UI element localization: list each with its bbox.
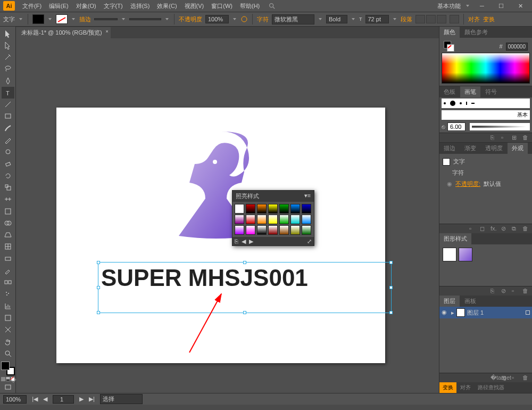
paintbrush-tool[interactable] [2,122,14,134]
artboard-tool[interactable] [2,312,14,323]
fill-stroke-swatches[interactable] [1,362,15,375]
tab-color-guide[interactable]: 颜色参考 [460,27,492,38]
rotate-tool[interactable] [2,170,14,181]
tab-appearance[interactable]: 外观 [508,143,528,154]
width-tool[interactable] [2,194,14,205]
menu-type[interactable]: 文字(T) [101,1,126,11]
tab-stroke[interactable]: 描边 [439,143,460,154]
tab-transform[interactable]: 变换 [439,382,456,393]
search-icon[interactable] [268,2,276,10]
menu-edit[interactable]: 编辑(E) [46,1,72,11]
selection-tool[interactable] [2,28,14,39]
lasso-tool[interactable] [2,63,14,75]
stroke-weight-field[interactable] [94,18,118,20]
scale-tool[interactable] [2,182,14,193]
paragraph-label[interactable]: 段落 [401,15,412,23]
tab-symbols[interactable]: 符号 [481,86,501,97]
font-family-field[interactable]: 微软雅黑 [272,14,314,24]
appearance-opacity-label[interactable]: 不透明度: [455,180,480,188]
blob-brush-tool[interactable] [2,146,14,158]
stroke-label[interactable]: 描边 [79,15,91,23]
style-swatch[interactable] [246,215,255,224]
shape-builder-tool[interactable] [2,217,14,228]
brush-basic[interactable]: 基本 [442,110,530,120]
stroke-profile-dd[interactable] [164,15,170,23]
artboard-number[interactable]: 1 [53,395,74,404]
tab-gradient[interactable]: 渐变 [460,143,480,154]
layer-expand-icon[interactable]: ▸ [451,309,454,316]
color-spectrum[interactable] [442,53,530,84]
free-transform-tool[interactable] [2,206,14,217]
style-swatch[interactable] [235,215,244,224]
style-swatch[interactable] [290,204,300,214]
color-mode-buttons[interactable] [1,377,15,381]
tab-graphic-styles[interactable]: 图形样式 [439,233,471,244]
layer-target-icon[interactable] [526,310,530,315]
menu-window[interactable]: 窗口(W) [208,1,236,11]
eyedropper-tool[interactable] [2,265,14,276]
stroke-weight-dd[interactable] [121,15,126,23]
style-swatch[interactable] [246,225,255,235]
menu-view[interactable]: 视图(V) [181,1,207,11]
fill-dropdown-icon[interactable] [47,15,53,23]
tab-layers[interactable]: 图层 [439,296,460,307]
tab-close-icon[interactable]: × [105,29,108,34]
tab-artboards[interactable]: 画板 [460,296,480,307]
panel-expand-icon[interactable]: ⤢ [307,238,312,245]
align-label[interactable]: 对齐 [468,15,480,23]
dup-icon[interactable]: ⧉ [512,225,519,233]
visibility-icon[interactable]: ◉ [447,181,452,187]
opacity-label[interactable]: 不透明度 [179,15,202,23]
window-minimize-icon[interactable]: ─ [475,2,489,10]
layer-row[interactable]: ◉ ▸ 图层 1 [439,307,532,318]
gstyle-new-icon[interactable]: ▫ [512,288,519,295]
style-button[interactable] [450,15,459,23]
brush-size-field[interactable]: 6.00 [447,122,466,131]
clear-icon[interactable]: ⊘ [501,225,509,233]
align-center-button[interactable] [426,15,436,23]
window-maximize-icon[interactable]: ☐ [494,2,509,10]
style-swatch[interactable] [279,204,289,214]
recolor-icon[interactable] [240,15,248,23]
panel-library-icon[interactable]: ⎘ [235,238,238,244]
panel-menu-icon[interactable]: ▾≡ [304,192,311,200]
stroke-dropdown-icon[interactable] [71,15,76,23]
status-tool-select[interactable]: 选择 [100,394,143,404]
menu-select[interactable]: 选择(S) [127,1,153,11]
style-swatch[interactable] [257,204,267,214]
symbol-sprayer-tool[interactable] [2,289,14,300]
style-swatch[interactable] [268,215,278,224]
new-fill-icon[interactable]: ▫ [469,225,477,233]
menu-help[interactable]: 帮助(H) [237,1,263,11]
gstyle-swatch-2[interactable] [459,248,472,261]
trash-icon[interactable]: 🗑 [522,225,530,233]
direct-selection-tool[interactable] [2,39,14,51]
menu-effect[interactable]: 效果(C) [154,1,180,11]
style-swatch[interactable] [302,215,311,224]
menu-file[interactable]: 文件(F) [19,1,45,11]
tab-swatches[interactable]: 色板 [439,86,460,97]
brush-presets[interactable] [442,99,530,108]
workspace-label[interactable]: 基本功能 [437,2,461,10]
perspective-tool[interactable] [2,229,14,241]
tab-transparency[interactable]: 透明度 [481,143,507,154]
gstyle-trash-icon[interactable]: 🗑 [522,288,530,295]
library-icon[interactable]: ⎘ [491,134,498,142]
layers-trash-icon[interactable]: 🗑 [522,374,530,382]
layer-name[interactable]: 图层 1 [467,309,484,317]
screen-mode-button[interactable] [2,382,14,393]
opacity-dd[interactable] [232,15,237,23]
style-swatch[interactable] [302,225,311,235]
gstyle-library-icon[interactable]: ⎘ [491,288,498,295]
mesh-tool[interactable] [2,241,14,252]
style-swatch[interactable] [268,204,278,214]
gradient-tool[interactable] [2,253,14,264]
tab-align[interactable]: 对齐 [457,382,474,393]
transform-label[interactable]: 变换 [483,15,495,23]
style-swatch[interactable] [235,225,244,235]
artboard-back-icon[interactable]: ◀ [43,396,47,403]
floating-styles-panel[interactable]: 照亮样式▾≡ ⎘ ◀ ▶ ⤢ [232,190,314,246]
magic-wand-tool[interactable] [2,52,14,63]
tool-dropdown-icon[interactable] [18,15,23,23]
pen-tool[interactable] [2,75,14,86]
